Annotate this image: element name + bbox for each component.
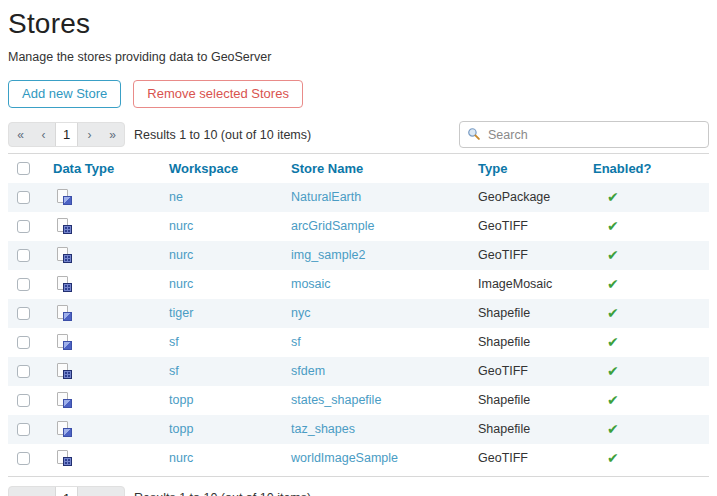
- next-page-button[interactable]: ›: [78, 487, 101, 496]
- header-data-type: Data Type: [48, 154, 164, 183]
- magnifier-icon: [467, 127, 481, 141]
- next-page-button[interactable]: ›: [78, 123, 101, 146]
- vector-data-icon: [57, 189, 72, 205]
- header-workspace: Workspace: [164, 154, 286, 183]
- row-select-checkbox[interactable]: [17, 452, 30, 465]
- store-type: Shapefile: [478, 393, 530, 407]
- remove-selected-stores-button[interactable]: Remove selected Stores: [133, 80, 303, 108]
- table-row: tiger nyc Shapefile ✔: [8, 299, 709, 328]
- enabled-check-icon: ✔: [593, 305, 619, 321]
- enabled-check-icon: ✔: [593, 363, 619, 379]
- first-page-button[interactable]: «: [9, 487, 32, 496]
- row-select-checkbox[interactable]: [17, 307, 30, 320]
- store-type: Shapefile: [478, 306, 530, 320]
- vector-data-icon: [57, 334, 72, 350]
- header-store-name: Store Name: [286, 154, 473, 183]
- store-name-link[interactable]: mosaic: [291, 277, 331, 291]
- enabled-check-icon: ✔: [593, 450, 619, 466]
- action-buttons: Add new Store Remove selected Stores: [8, 80, 709, 108]
- workspace-link[interactable]: sf: [169, 335, 179, 349]
- workspace-link[interactable]: nurc: [169, 451, 193, 465]
- stores-table-body: ne NaturalEarth GeoPackage ✔ nurc arcGri…: [8, 183, 709, 473]
- enabled-check-icon: ✔: [593, 334, 619, 350]
- raster-data-icon: [57, 450, 72, 466]
- pagination-top: « ‹ 1 › »: [8, 122, 125, 147]
- workspace-link[interactable]: nurc: [169, 277, 193, 291]
- raster-data-icon: [57, 247, 72, 263]
- row-select-checkbox[interactable]: [17, 220, 30, 233]
- raster-data-icon: [57, 363, 72, 379]
- store-name-link[interactable]: img_sample2: [291, 248, 365, 262]
- row-select-checkbox[interactable]: [17, 394, 30, 407]
- add-new-store-button[interactable]: Add new Store: [8, 80, 121, 108]
- store-name-link[interactable]: taz_shapes: [291, 422, 355, 436]
- store-type: GeoTIFF: [478, 219, 528, 233]
- store-name-link[interactable]: sfdem: [291, 364, 325, 378]
- store-name-link[interactable]: NaturalEarth: [291, 190, 361, 204]
- header-enabled: Enabled?: [588, 154, 709, 183]
- table-header-row: Data Type Workspace Store Name Type Enab…: [8, 154, 709, 183]
- results-summary: Results 1 to 10 (out of 10 items): [134, 491, 311, 496]
- workspace-link[interactable]: nurc: [169, 248, 193, 262]
- raster-data-icon: [57, 276, 72, 292]
- results-summary: Results 1 to 10 (out of 10 items): [134, 128, 311, 142]
- store-type: GeoPackage: [478, 190, 550, 204]
- store-type: GeoTIFF: [478, 364, 528, 378]
- store-name-link[interactable]: nyc: [291, 306, 310, 320]
- store-type: Shapefile: [478, 422, 530, 436]
- vector-data-icon: [57, 421, 72, 437]
- workspace-link[interactable]: nurc: [169, 219, 193, 233]
- page-title: Stores: [8, 8, 709, 40]
- store-name-link[interactable]: arcGridSample: [291, 219, 374, 233]
- table-row: nurc worldImageSample GeoTIFF ✔: [8, 444, 709, 473]
- row-select-checkbox[interactable]: [17, 423, 30, 436]
- header-type: Type: [473, 154, 588, 183]
- store-type: Shapefile: [478, 335, 530, 349]
- row-select-checkbox[interactable]: [17, 365, 30, 378]
- vector-data-icon: [57, 305, 72, 321]
- prev-page-button[interactable]: ‹: [32, 123, 55, 146]
- search-box: [459, 121, 709, 148]
- top-toolbar: « ‹ 1 › » Results 1 to 10 (out of 10 ite…: [8, 121, 709, 148]
- table-row: sf sfdem GeoTIFF ✔: [8, 357, 709, 386]
- table-row: topp taz_shapes Shapefile ✔: [8, 415, 709, 444]
- table-row: nurc img_sample2 GeoTIFF ✔: [8, 241, 709, 270]
- workspace-link[interactable]: topp: [169, 422, 193, 436]
- workspace-link[interactable]: sf: [169, 364, 179, 378]
- select-all-checkbox[interactable]: [17, 162, 30, 175]
- table-row: sf sf Shapefile ✔: [8, 328, 709, 357]
- current-page-indicator: 1: [55, 123, 78, 146]
- row-select-checkbox[interactable]: [17, 249, 30, 262]
- last-page-button[interactable]: »: [101, 487, 124, 496]
- workspace-link[interactable]: topp: [169, 393, 193, 407]
- store-name-link[interactable]: worldImageSample: [291, 451, 398, 465]
- enabled-check-icon: ✔: [593, 421, 619, 437]
- store-name-link[interactable]: sf: [291, 335, 301, 349]
- first-page-button[interactable]: «: [9, 123, 32, 146]
- pagination-bottom: « ‹ 1 › »: [8, 486, 125, 496]
- row-select-checkbox[interactable]: [17, 278, 30, 291]
- raster-data-icon: [57, 218, 72, 234]
- current-page-indicator: 1: [55, 487, 78, 496]
- enabled-check-icon: ✔: [593, 276, 619, 292]
- enabled-check-icon: ✔: [593, 247, 619, 263]
- search-input[interactable]: [459, 121, 709, 148]
- workspace-link[interactable]: ne: [169, 190, 183, 204]
- row-select-checkbox[interactable]: [17, 191, 30, 204]
- table-row: nurc mosaic ImageMosaic ✔: [8, 270, 709, 299]
- vector-data-icon: [57, 392, 72, 408]
- enabled-check-icon: ✔: [593, 392, 619, 408]
- store-type: GeoTIFF: [478, 451, 528, 465]
- last-page-button[interactable]: »: [101, 123, 124, 146]
- stores-table: Data Type Workspace Store Name Type Enab…: [8, 153, 709, 473]
- table-row: ne NaturalEarth GeoPackage ✔: [8, 183, 709, 212]
- table-row: topp states_shapefile Shapefile ✔: [8, 386, 709, 415]
- enabled-check-icon: ✔: [593, 189, 619, 205]
- prev-page-button[interactable]: ‹: [32, 487, 55, 496]
- workspace-link[interactable]: tiger: [169, 306, 193, 320]
- table-row: nurc arcGridSample GeoTIFF ✔: [8, 212, 709, 241]
- page-subtitle: Manage the stores providing data to GeoS…: [8, 50, 709, 64]
- store-type: GeoTIFF: [478, 248, 528, 262]
- store-name-link[interactable]: states_shapefile: [291, 393, 381, 407]
- row-select-checkbox[interactable]: [17, 336, 30, 349]
